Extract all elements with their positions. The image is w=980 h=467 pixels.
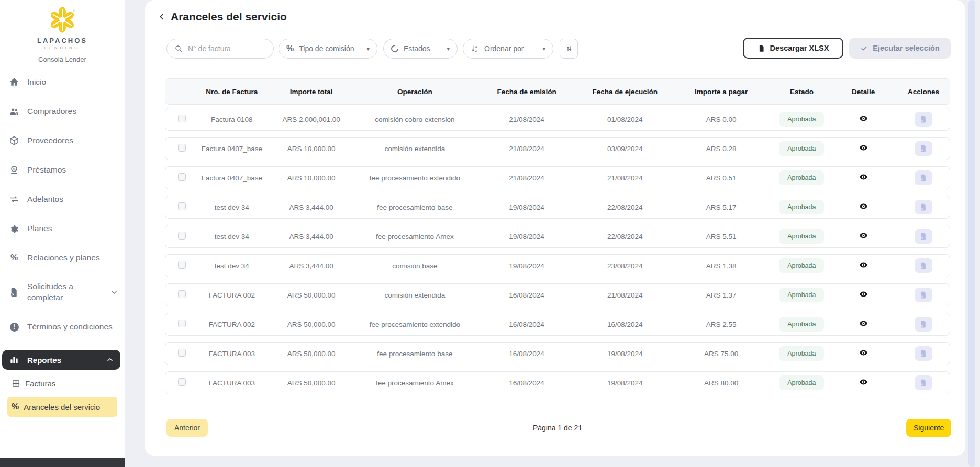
row-checkbox[interactable] (178, 261, 186, 269)
ordenar-por-dropdown[interactable]: A Z Ordenar por ▾ (463, 39, 553, 59)
cell-importe-total: ARS 50,000.00 (265, 291, 358, 299)
caret-down-icon: ▾ (447, 45, 450, 52)
cell-operacion: fee procesamiento base (358, 203, 472, 211)
chart-icon (8, 355, 20, 365)
row-checkbox[interactable] (178, 378, 186, 386)
sidebar-item-label: Adelantos (27, 195, 63, 204)
row-action-button[interactable] (915, 112, 932, 127)
row-checkbox[interactable] (178, 290, 186, 298)
cell-fecha-ejecucion: 23/08/2024 (582, 262, 669, 270)
cell-fecha-emision: 19/08/2024 (472, 262, 582, 270)
row-action-button[interactable] (915, 375, 932, 390)
row-checkbox[interactable] (178, 320, 186, 327)
cube-icon (8, 135, 20, 146)
brand-subtitle: LENDING (0, 45, 125, 50)
previous-page-button[interactable]: Anterior (166, 419, 208, 437)
sidebar-item-label: Solicitudes a completar (27, 281, 93, 303)
sidebar-subitem-aranceles-del-servicio[interactable]: %Aranceles del servicio (7, 397, 117, 417)
sidebar-item-label: Reportes (27, 356, 61, 365)
detail-eye-icon[interactable] (859, 231, 868, 240)
cell-importe-total: ARS 50,000.00 (265, 379, 358, 387)
sidebar-item-inicio[interactable]: Inicio (0, 67, 125, 97)
detail-eye-icon[interactable] (859, 143, 868, 152)
sort-direction-button[interactable] (560, 39, 578, 59)
sort-az-icon: A Z (471, 44, 479, 53)
row-action-button[interactable] (915, 200, 932, 214)
detail-eye-icon[interactable] (859, 202, 868, 211)
detail-eye-icon[interactable] (859, 319, 868, 328)
row-action-button[interactable] (915, 288, 932, 302)
row-action-button[interactable] (915, 141, 932, 156)
sidebar: ® LAPACHOS LENDING Consola Lender Inicio… (0, 0, 125, 458)
row-checkbox[interactable] (178, 144, 186, 152)
invoice-search-field[interactable] (166, 39, 274, 59)
row-action-button[interactable] (915, 258, 932, 273)
cell-fecha-ejecucion: 01/08/2024 (582, 116, 669, 123)
cell-importe-total: ARS 10,000.00 (265, 174, 358, 182)
sidebar-item-pr-stamos[interactable]: $Préstamos (0, 155, 125, 185)
sidebar-item-planes[interactable]: Planes (0, 214, 125, 243)
search-input[interactable] (188, 44, 261, 53)
svg-text:Z: Z (475, 49, 477, 52)
detail-eye-icon[interactable] (859, 114, 868, 123)
detail-eye-icon[interactable] (859, 260, 868, 269)
execute-selection-button[interactable]: Ejecutar selección (849, 38, 951, 59)
users-icon (8, 106, 20, 117)
table-row: test dev 34ARS 3,444.00fee procesamiento… (165, 225, 950, 248)
next-page-button[interactable]: Siguiente (906, 419, 951, 437)
cell-importe-total: ARS 3,444.00 (265, 203, 358, 211)
sidebar-item-adelantos[interactable]: Adelantos (0, 185, 125, 214)
sidebar-subitem-facturas[interactable]: Facturas (7, 373, 117, 394)
caret-down-icon: ▾ (366, 45, 370, 52)
sidebar-item-reportes[interactable]: Reportes (2, 350, 120, 370)
row-action-button[interactable] (915, 170, 932, 185)
sidebar-item-t-rminos-y-condiciones[interactable]: !Términos y condiciones (0, 312, 125, 341)
column-header: Fecha de emisión (472, 88, 582, 96)
brand-name: LAPACHOS (0, 37, 125, 44)
sidebar-item-solicitudes-a-completar[interactable]: Solicitudes a completar (0, 272, 125, 312)
cell-factura: Factura 0407_base (199, 145, 265, 153)
column-header: Detalle (829, 88, 897, 96)
cell-fecha-ejecucion: 19/08/2024 (582, 350, 669, 358)
tipo-comision-dropdown[interactable]: % Tipo de comisión ▾ (279, 39, 377, 59)
sidebar-item-compradores[interactable]: Compradores (0, 97, 125, 126)
detail-eye-icon[interactable] (859, 173, 868, 181)
row-action-button[interactable] (915, 229, 932, 244)
detail-eye-icon[interactable] (859, 290, 868, 299)
cell-importe-pagar: ARS 5.17 (669, 203, 774, 211)
detail-eye-icon[interactable] (859, 378, 868, 386)
row-checkbox[interactable] (178, 173, 186, 181)
table-row: Factura 0407_baseARS 10,000.00comisión e… (165, 137, 950, 160)
cell-operacion: fee procesamiento Amex (358, 233, 472, 241)
row-checkbox[interactable] (178, 349, 186, 357)
chevron-up-icon (106, 356, 114, 364)
row-checkbox[interactable] (178, 232, 186, 240)
cell-importe-total: ARS 2,000,001.00 (265, 116, 358, 123)
row-action-button[interactable] (915, 317, 932, 332)
table-row: Factura 0108ARS 2,000,001.00comisión cob… (165, 108, 950, 131)
row-checkbox[interactable] (178, 115, 186, 122)
status-badge: Aprobada (779, 288, 824, 302)
sidebar-item-relaciones-y-planes[interactable]: %Relaciones y planes (0, 243, 125, 272)
scrollbar[interactable] (968, 0, 975, 467)
sidebar-nav: InicioCompradoresProveedores$PréstamosAd… (0, 67, 125, 417)
svg-text:A: A (475, 45, 477, 49)
sidebar-item-label: Préstamos (27, 165, 66, 175)
gear-icon (8, 223, 20, 234)
column-header: Importe a pagar (669, 88, 774, 96)
doc-check-icon (8, 287, 20, 298)
back-chevron-icon[interactable] (157, 12, 166, 21)
sidebar-item-label: Proveedores (27, 136, 73, 145)
row-checkbox[interactable] (178, 202, 186, 210)
status-badge: Aprobada (779, 375, 824, 390)
cell-fecha-ejecucion: 21/08/2024 (582, 174, 669, 182)
download-xlsx-button[interactable]: Descargar XLSX (743, 38, 843, 59)
cell-fecha-emision: 21/08/2024 (472, 174, 582, 182)
detail-eye-icon[interactable] (859, 348, 868, 357)
estados-dropdown[interactable]: Estados ▾ (383, 39, 458, 59)
table-row: FACTURA 002ARS 50,000.00comisión extendi… (165, 283, 950, 306)
cell-operacion: fee procesamiento extendido (358, 321, 472, 328)
sidebar-item-proveedores[interactable]: Proveedores (0, 126, 125, 155)
row-action-button[interactable] (915, 346, 932, 361)
column-header: Nro. de Factura (199, 88, 265, 96)
